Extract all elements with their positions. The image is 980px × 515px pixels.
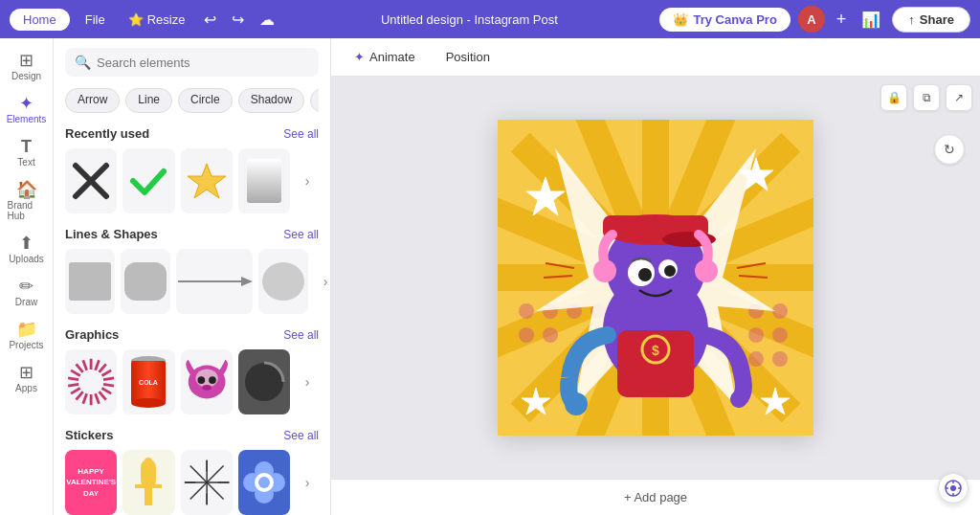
animate-btn[interactable]: ✦ Animate: [346, 46, 423, 68]
graphic-bull-skull[interactable]: [181, 349, 233, 414]
stickers-more[interactable]: ›: [296, 450, 319, 515]
canvas-page[interactable]: $: [498, 120, 813, 436]
redo-btn[interactable]: ↪: [228, 7, 248, 33]
shape-arrow-line[interactable]: [176, 249, 253, 314]
nav-text[interactable]: T Text: [4, 132, 50, 173]
svg-line-18: [100, 392, 106, 400]
lock-icon-btn[interactable]: 🔒: [880, 84, 907, 111]
svg-marker-9: [241, 277, 253, 286]
lines-shapes-header: Lines & Shapes See all: [65, 227, 319, 241]
shape-rounded-square[interactable]: [121, 249, 170, 314]
cloud-btn[interactable]: ☁: [256, 7, 278, 33]
share-btn[interactable]: ↑ Share: [892, 7, 970, 33]
svg-point-95: [565, 392, 588, 415]
crown-icon: 👑: [673, 12, 688, 27]
svg-line-19: [96, 393, 100, 404]
graphics-title: Graphics: [65, 327, 119, 342]
resize-btn[interactable]: ⭐ Resize: [121, 9, 193, 31]
svg-line-22: [76, 392, 82, 400]
elements-icon: ✦: [19, 95, 33, 112]
filter-square[interactable]: Squa...: [310, 88, 319, 113]
canvas-work-area[interactable]: 🔒 ⧉ ↗ ↻: [331, 77, 980, 479]
graphics-see-all[interactable]: See all: [283, 328, 319, 342]
nav-apps-label: Apps: [15, 383, 37, 393]
search-input[interactable]: [97, 56, 309, 70]
svg-point-37: [202, 385, 212, 391]
stickers-see-all[interactable]: See all: [283, 429, 319, 442]
recent-x-mark[interactable]: [65, 148, 117, 213]
stickers-row: HAPPYVALENTINE'SDAY: [65, 450, 319, 515]
recent-star[interactable]: [181, 148, 233, 213]
svg-line-28: [83, 360, 87, 370]
svg-line-23: [71, 389, 80, 394]
position-btn[interactable]: Position: [438, 46, 498, 68]
nav-draw[interactable]: ✏ Draw: [4, 272, 50, 313]
filter-circle[interactable]: Circle: [178, 88, 233, 113]
stats-btn[interactable]: 📊: [858, 7, 884, 33]
graphic-cola-can[interactable]: COLA: [122, 349, 174, 414]
recently-used-title: Recently used: [65, 126, 149, 141]
copy-icon-btn[interactable]: ⧉: [913, 84, 940, 111]
add-account-btn[interactable]: +: [833, 6, 851, 34]
user-avatar[interactable]: A: [798, 6, 825, 33]
rotate-btn[interactable]: ↻: [934, 134, 965, 165]
filter-shadow[interactable]: Shadow: [238, 88, 304, 113]
filter-line[interactable]: Line: [125, 88, 172, 113]
nav-projects[interactable]: 📁 Projects: [4, 315, 50, 356]
svg-text:A: A: [807, 12, 816, 27]
graphic-partial[interactable]: [238, 349, 290, 414]
lines-shapes-title: Lines & Shapes: [65, 227, 158, 241]
nav-elements[interactable]: ✦ Elements: [4, 89, 50, 130]
nav-projects-label: Projects: [9, 340, 43, 350]
svg-point-31: [131, 398, 166, 408]
svg-line-27: [76, 364, 82, 372]
try-canva-btn[interactable]: 👑 Try Canva Pro: [659, 8, 790, 32]
nav-brand-label: Brand Hub: [8, 200, 46, 221]
shape-square[interactable]: [65, 249, 115, 314]
search-box[interactable]: 🔍: [65, 48, 319, 77]
svg-line-24: [68, 384, 78, 386]
recently-used-see-all[interactable]: See all: [283, 127, 319, 141]
sticker-hand[interactable]: [122, 450, 174, 515]
stickers-section: Stickers See all HAPPYVALENTINE'SDAY: [65, 428, 319, 515]
lines-shapes-more[interactable]: ›: [314, 249, 331, 314]
lines-shapes-see-all[interactable]: See all: [283, 228, 319, 241]
apps-icon: ⊞: [19, 364, 33, 381]
recently-used-more[interactable]: ›: [296, 148, 319, 213]
svg-line-13: [100, 364, 106, 372]
draw-icon: ✏: [19, 278, 33, 295]
svg-line-26: [71, 370, 80, 376]
add-page-bar[interactable]: + Add page: [331, 479, 980, 515]
svg-text:COLA: COLA: [139, 379, 158, 386]
nav-text-label: Text: [17, 157, 34, 168]
filter-arrow[interactable]: Arrow: [65, 88, 120, 113]
file-tab[interactable]: File: [78, 9, 113, 31]
expand-icon-btn[interactable]: ↗: [946, 84, 972, 111]
projects-icon: 📁: [16, 321, 37, 338]
canvas-top-icons: 🔒 ⧉ ↗: [880, 84, 972, 111]
nav-design[interactable]: ⊞ Design: [4, 46, 50, 87]
graphic-sunburst[interactable]: [65, 349, 117, 414]
svg-marker-4: [188, 164, 226, 198]
nav-elements-label: Elements: [7, 114, 47, 124]
filter-tags: Arrow Line Circle Shadow Squa... ›: [65, 88, 319, 113]
recently-used-section: Recently used See all: [65, 126, 319, 213]
shape-circle[interactable]: [258, 249, 308, 314]
top-bar-right: 👑 Try Canva Pro A + 📊 ↑ Share: [659, 6, 970, 34]
magic-btn[interactable]: [938, 473, 969, 504]
graphics-more[interactable]: ›: [296, 349, 319, 414]
nav-apps[interactable]: ⊞ Apps: [4, 358, 50, 399]
svg-point-73: [772, 327, 788, 343]
left-nav: ⊞ Design ✦ Elements T Text 🏠 Brand Hub ⬆…: [0, 38, 54, 515]
pop-art-illustration: $: [498, 120, 813, 436]
undo-btn[interactable]: ↩: [200, 7, 220, 33]
nav-brand[interactable]: 🏠 Brand Hub: [4, 175, 50, 227]
home-tab[interactable]: Home: [10, 9, 70, 31]
brand-icon: 🏠: [16, 181, 37, 198]
sticker-valentine[interactable]: HAPPYVALENTINE'SDAY: [65, 450, 117, 515]
recent-gradient-rect[interactable]: [238, 148, 290, 213]
sticker-flower[interactable]: [238, 450, 290, 515]
recent-checkmark[interactable]: [122, 148, 174, 213]
nav-uploads[interactable]: ⬆ Uploads: [4, 229, 50, 270]
sticker-sparkle[interactable]: [181, 450, 233, 515]
